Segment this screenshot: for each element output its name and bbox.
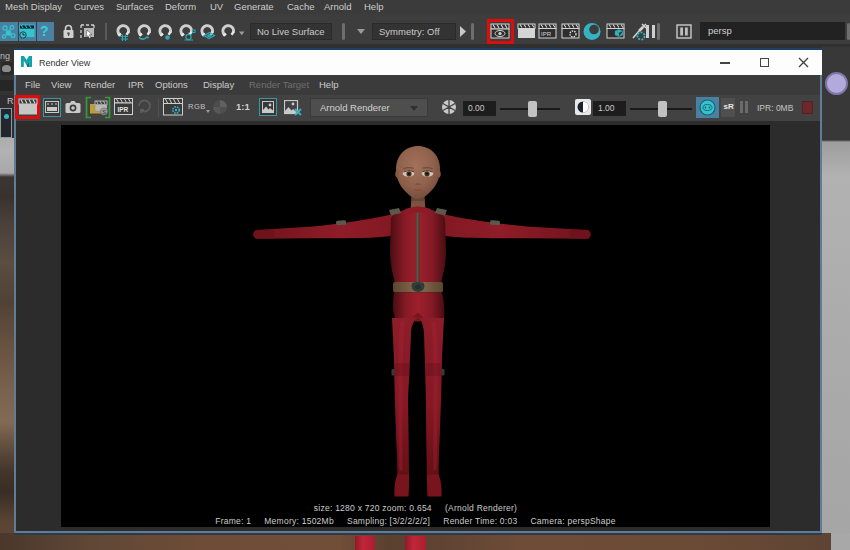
- svg-text:IPR: IPR: [541, 31, 552, 37]
- svg-text:IPR: IPR: [117, 106, 128, 113]
- svg-text:S: S: [102, 109, 106, 115]
